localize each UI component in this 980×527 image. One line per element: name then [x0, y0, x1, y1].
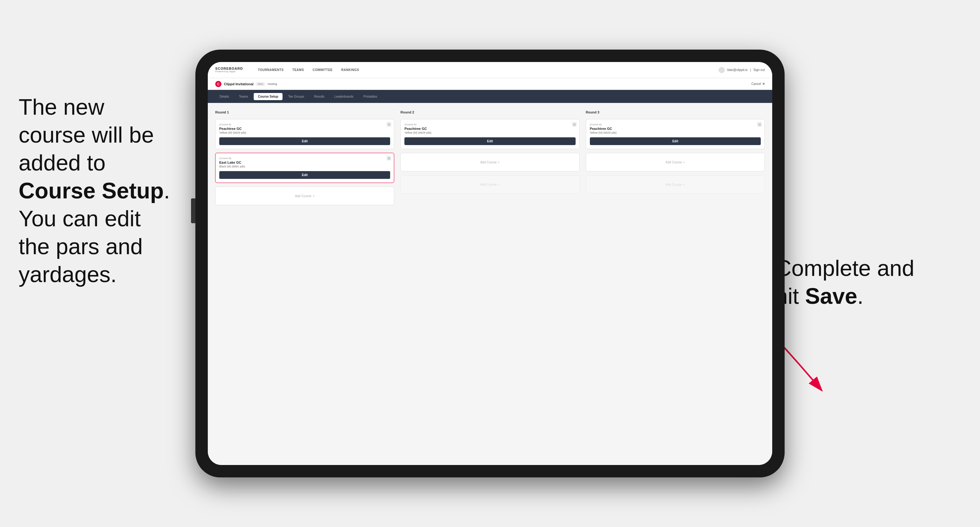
- round3-course-a-tag: (Course A): [590, 123, 761, 126]
- round2-add-course-extra-button: Add Course +: [400, 175, 579, 194]
- clippd-logo: C: [215, 81, 221, 87]
- round1-course-a-action-icon[interactable]: ⊟: [387, 122, 391, 127]
- user-avatar: [719, 67, 725, 73]
- hosting-badge: Hosting: [268, 83, 277, 86]
- round1-course-b-action-icon[interactable]: ⊟: [387, 156, 391, 160]
- gender-badge: Men: [256, 82, 265, 86]
- nav-rankings[interactable]: RANKINGS: [342, 68, 359, 71]
- round3-course-a-name: Peachtree GC: [590, 127, 761, 130]
- tab-printables[interactable]: Printables: [359, 93, 382, 100]
- tablet-screen: SCOREBOARD Powered by clippd TOURNAMENTS…: [208, 62, 772, 465]
- round3-add-course-extra-icon: +: [683, 183, 685, 186]
- round3-add-course-icon: +: [683, 160, 685, 164]
- tab-results[interactable]: Results: [310, 93, 329, 100]
- tablet-device: SCOREBOARD Powered by clippd TOURNAMENTS…: [196, 49, 784, 478]
- round1-course-a-edit-button[interactable]: Edit: [219, 137, 390, 145]
- round2-add-course-button[interactable]: Add Course +: [400, 153, 579, 171]
- round1-course-b-tag: (Course B): [219, 157, 390, 160]
- round1-course-b-details: Black (M) (6891 yds): [219, 165, 390, 168]
- nav-separator: |: [750, 68, 751, 71]
- round1-course-a-tag: (Course A): [219, 123, 390, 126]
- brand-sub: Powered by clippd: [215, 70, 243, 73]
- round3-add-course-extra-label: Add Course: [665, 183, 682, 186]
- round2-add-course-extra-icon: +: [498, 183, 500, 186]
- round2-course-a-action-icon[interactable]: ⊟: [572, 122, 577, 127]
- subheader-left: C Clippd Invitational Men Hosting: [215, 81, 277, 87]
- round1-course-b-edit-button[interactable]: Edit: [219, 171, 390, 179]
- nav-teams[interactable]: TEAMS: [293, 68, 304, 71]
- round2-add-course-icon: +: [498, 160, 500, 164]
- round-3-column: Round 3 ⊟ (Course A) Peachtree GC Yellow…: [586, 110, 765, 205]
- round3-course-a-details: Yellow (M) (6629 yds): [590, 131, 761, 134]
- sign-out-link[interactable]: Sign out: [753, 68, 765, 71]
- round1-course-a-card: ⊟ (Course A) Peachtree GC Yellow (M) (66…: [215, 119, 394, 149]
- round1-add-course-button[interactable]: Add Course +: [215, 187, 394, 205]
- round2-course-a-details: Yellow (M) (6629 yds): [404, 131, 575, 134]
- rounds-grid: Round 1 ⊟ (Course A) Peachtree GC Yellow…: [215, 110, 765, 205]
- tournament-title: Clippd Invitational: [224, 82, 253, 86]
- annotation-right: Complete and hit Save.: [775, 254, 955, 310]
- round2-course-a-edit-button[interactable]: Edit: [404, 137, 575, 145]
- tablet-side-button: [191, 198, 196, 223]
- cancel-button[interactable]: Cancel ✕: [751, 82, 765, 86]
- tab-tee-groups[interactable]: Tee Groups: [284, 93, 309, 100]
- round2-add-course-extra-label: Add Course: [480, 183, 497, 186]
- round1-course-a-details: Yellow (M) (6629 yds): [219, 131, 390, 134]
- round1-add-course-icon: +: [313, 194, 315, 198]
- round-1-column: Round 1 ⊟ (Course A) Peachtree GC Yellow…: [215, 110, 394, 205]
- round3-course-a-action-icon[interactable]: ⊟: [757, 122, 762, 127]
- annotation-save: Save: [805, 284, 857, 308]
- annotation-course-setup: Course Setup: [19, 178, 164, 203]
- tab-leaderboards[interactable]: Leaderboards: [330, 93, 358, 100]
- nav-right: blair@clippd.io | Sign out: [719, 67, 765, 73]
- round3-add-course-extra-button: Add Course +: [586, 175, 765, 194]
- cancel-icon: ✕: [762, 82, 765, 86]
- tab-course-setup[interactable]: Course Setup: [254, 93, 283, 100]
- round1-add-course-label: Add Course: [295, 194, 311, 198]
- tabnav: Details Teams Course Setup Tee Groups Re…: [208, 90, 772, 103]
- round3-course-a-card: ⊟ (Course A) Peachtree GC Yellow (M) (66…: [586, 119, 765, 149]
- nav-links: TOURNAMENTS TEAMS COMMITTEE RANKINGS: [258, 68, 708, 71]
- tab-details[interactable]: Details: [215, 93, 234, 100]
- round1-course-a-name: Peachtree GC: [219, 127, 390, 130]
- main-content: Round 1 ⊟ (Course A) Peachtree GC Yellow…: [208, 103, 772, 465]
- round3-course-a-edit-button[interactable]: Edit: [590, 137, 761, 145]
- round-2-label: Round 2: [400, 110, 579, 114]
- brand: SCOREBOARD Powered by clippd: [215, 67, 243, 73]
- round2-course-a-name: Peachtree GC: [404, 127, 575, 130]
- round3-add-course-label: Add Course: [665, 160, 682, 164]
- subheader: C Clippd Invitational Men Hosting Cancel…: [208, 78, 772, 90]
- nav-committee[interactable]: COMMITTEE: [313, 68, 333, 71]
- user-email: blair@clippd.io: [727, 68, 748, 71]
- round-1-label: Round 1: [215, 110, 394, 114]
- round2-course-a-tag: (Course A): [404, 123, 575, 126]
- round-3-label: Round 3: [586, 110, 765, 114]
- round1-course-b-card: ⊟ (Course B) East Lake GC Black (M) (689…: [215, 153, 394, 183]
- round3-add-course-button[interactable]: Add Course +: [586, 153, 765, 171]
- tab-teams[interactable]: Teams: [235, 93, 253, 100]
- round2-course-a-card: ⊟ (Course A) Peachtree GC Yellow (M) (66…: [400, 119, 579, 149]
- round-2-column: Round 2 ⊟ (Course A) Peachtree GC Yellow…: [400, 110, 579, 205]
- round1-course-b-name: East Lake GC: [219, 160, 390, 164]
- topnav: SCOREBOARD Powered by clippd TOURNAMENTS…: [208, 62, 772, 78]
- round2-add-course-label: Add Course: [480, 160, 497, 164]
- nav-tournaments[interactable]: TOURNAMENTS: [258, 68, 283, 71]
